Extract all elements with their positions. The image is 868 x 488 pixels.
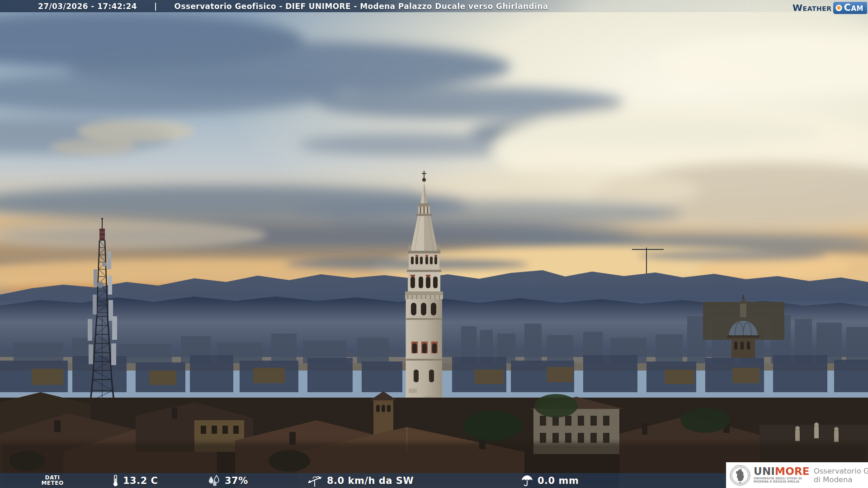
- humidity-reading: 37%: [207, 473, 248, 488]
- unimore-logo-box: UNIMORE UNIVERSITÀ DEGLI STUDI DI MODENA…: [726, 462, 868, 488]
- weathercam-cam-word: Cam: [844, 2, 863, 13]
- unimore-seal-icon: [730, 465, 750, 486]
- webcam-frame: 27/03/2026 - 17:42:24 | Osservatorio Geo…: [0, 0, 868, 488]
- umbrella-icon: [521, 474, 533, 487]
- temperature-reading: 13.2 C: [112, 473, 158, 488]
- weathercam-logo: Weather Cam: [793, 1, 867, 14]
- webcam-photo: [0, 0, 868, 488]
- brand-more: MORE: [775, 465, 810, 477]
- camera-title: Osservatorio Geofisico - DIEF UNIMORE - …: [175, 2, 548, 11]
- observatory-name: Osservatorio Geofisico di Modena: [814, 467, 868, 484]
- thermometer-icon: [112, 474, 119, 487]
- humidity-icon: [207, 475, 221, 487]
- wind-value: 8.0 km/h da SW: [327, 475, 414, 486]
- weathercam-dot-icon: [835, 5, 842, 11]
- university-subtitle: UNIVERSITÀ DEGLI STUDI DI MODENA E REGGI…: [754, 477, 810, 484]
- unimore-wordmark: UNIMORE UNIVERSITÀ DEGLI STUDI DI MODENA…: [754, 467, 810, 484]
- temperature-value: 13.2 C: [123, 475, 158, 486]
- separator: |: [154, 2, 157, 11]
- humidity-value: 37%: [225, 475, 248, 486]
- weathercam-cam-badge: Cam: [833, 2, 867, 14]
- weathercam-word: Weather: [793, 2, 831, 13]
- brand-uni: UNI: [754, 465, 775, 477]
- datetime-text: 27/03/2026 - 17:42:24: [38, 2, 137, 11]
- top-overlay-bar: 27/03/2026 - 17:42:24 | Osservatorio Geo…: [0, 0, 868, 12]
- rain-reading: 0.0 mm: [521, 473, 579, 488]
- wind-reading: 8.0 km/h da SW: [307, 473, 414, 488]
- dati-meteo-label: DATI METEO: [33, 475, 71, 486]
- wind-vane-icon: [307, 474, 323, 487]
- rain-value: 0.0 mm: [538, 475, 579, 486]
